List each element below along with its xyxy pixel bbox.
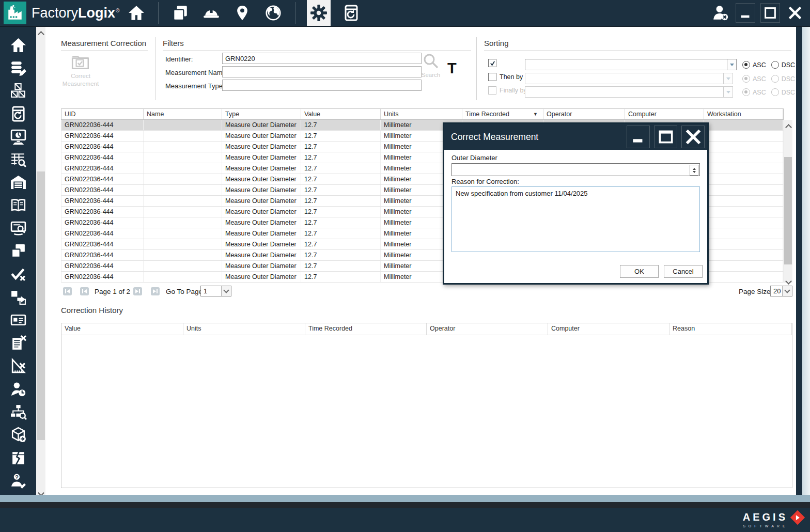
outer-diameter-input[interactable] xyxy=(451,163,700,176)
sidebar-item-document-restore[interactable] xyxy=(0,102,36,125)
scroll-up-icon[interactable] xyxy=(786,122,790,127)
sort-primary-asc-radio[interactable] xyxy=(742,61,750,69)
table-cell xyxy=(704,239,783,249)
sort-primary-checkbox[interactable] xyxy=(488,59,496,67)
table-cell: 12.7 xyxy=(301,196,381,206)
sort-primary-dropdown[interactable] xyxy=(525,59,737,70)
documents-icon[interactable] xyxy=(170,2,190,24)
scroll-down-icon[interactable] xyxy=(786,276,790,280)
home-icon[interactable] xyxy=(127,2,146,24)
sort-primary-dsc-radio[interactable] xyxy=(771,61,779,69)
column-header-time-recorded[interactable]: Time Recorded▼ xyxy=(462,109,543,119)
sidebar-item-monitor-search[interactable] xyxy=(0,217,36,240)
table-cell: 12.7 xyxy=(301,163,381,174)
next-page-button[interactable] xyxy=(133,287,142,295)
chevron-down-icon[interactable] xyxy=(221,286,231,296)
table-cell xyxy=(144,250,222,260)
history-column-header-operator[interactable]: Operator xyxy=(427,323,548,335)
maximize-button[interactable] xyxy=(760,3,780,23)
sidebar-item-person-question[interactable]: ? xyxy=(0,469,36,492)
dialog-close-button[interactable] xyxy=(681,126,705,148)
column-header-type[interactable]: Type xyxy=(222,109,301,119)
sidebar-item-person-time[interactable] xyxy=(0,378,36,400)
sort-finallyby-asc-radio xyxy=(742,88,750,96)
history-column-header-reason[interactable]: Reason xyxy=(669,323,792,335)
sidebar-item-ruler-correction[interactable] xyxy=(0,354,36,377)
sort-finallyby-dropdown xyxy=(525,86,733,98)
sidebar-item-cube-export[interactable] xyxy=(0,424,36,446)
scrollbar-thumb[interactable] xyxy=(37,171,45,440)
ok-button[interactable]: OK xyxy=(620,265,659,278)
sidebar-item-id-card[interactable] xyxy=(0,309,36,332)
footer-bar: AEGIS SOFTWARE xyxy=(0,508,810,532)
table-cell xyxy=(144,152,222,163)
identifier-input[interactable] xyxy=(222,53,422,64)
sidebar-scrollbar[interactable] xyxy=(36,27,45,495)
sidebar-item-damaged-box[interactable] xyxy=(0,446,36,469)
search-button[interactable]: Search xyxy=(418,53,443,78)
history-column-header-value[interactable]: Value xyxy=(61,323,183,335)
dialog-title-bar[interactable]: Correct Measurement xyxy=(444,124,707,150)
sidebar-item-product-blocks[interactable] xyxy=(0,80,36,102)
history-column-header-computer[interactable]: Computer xyxy=(548,323,669,335)
reason-textarea[interactable]: New specification from customer 11/04/20… xyxy=(451,186,700,252)
table-cell xyxy=(144,239,222,249)
correction-history-title: Correction History xyxy=(61,306,123,315)
dsc-label: DSC xyxy=(782,61,795,69)
column-header-operator[interactable]: Operator xyxy=(543,109,625,119)
column-header-workstation[interactable]: Workstation xyxy=(704,109,783,119)
sort-thenby-asc-radio xyxy=(742,75,750,83)
table-scrollbar[interactable] xyxy=(784,120,792,283)
scroll-up-icon[interactable] xyxy=(39,29,43,34)
sidebar-item-home[interactable] xyxy=(0,34,36,56)
sidebar-item-check-x[interactable] xyxy=(0,263,36,286)
location-pin-icon[interactable] xyxy=(232,2,252,24)
dialog-minimize-button[interactable] xyxy=(627,126,650,148)
history-column-header-units[interactable]: Units xyxy=(183,323,305,335)
table-cell: Measure Outer Diameter xyxy=(222,196,301,206)
table-cell: Measure Outer Diameter xyxy=(222,174,301,184)
column-header-computer[interactable]: Computer xyxy=(625,109,704,119)
hardhat-icon[interactable] xyxy=(201,2,221,24)
settings-gear-icon[interactable] xyxy=(307,0,331,26)
sidebar-item-clipboard-x[interactable] xyxy=(0,332,36,354)
cancel-button[interactable]: Cancel xyxy=(664,265,703,278)
data-restore-icon[interactable] xyxy=(341,2,361,24)
page-size-select[interactable]: 20 xyxy=(770,286,792,296)
column-header-uid[interactable]: UID xyxy=(61,109,144,119)
sidebar-item-open-book[interactable] xyxy=(0,194,36,217)
first-page-button[interactable] xyxy=(63,287,72,295)
sidebar-item-warehouse[interactable] xyxy=(0,171,36,194)
measurement-name-input[interactable] xyxy=(222,66,422,77)
sidebar-item-hierarchy-search[interactable] xyxy=(0,400,36,423)
toolbar-divider xyxy=(295,2,295,24)
text-filter-toggle[interactable]: T xyxy=(447,61,457,76)
chevron-down-icon[interactable] xyxy=(782,286,792,296)
sidebar-item-table-search[interactable] xyxy=(0,148,36,171)
close-button[interactable] xyxy=(785,3,805,23)
column-header-name[interactable]: Name xyxy=(144,109,222,119)
sort-thenby-checkbox[interactable] xyxy=(488,73,496,81)
sidebar-item-transfer-boxes[interactable] xyxy=(0,286,36,308)
measurement-type-input[interactable] xyxy=(222,80,422,91)
last-page-button[interactable] xyxy=(151,287,160,295)
sidebar-item-copy-documents[interactable] xyxy=(0,240,36,263)
number-spinner[interactable] xyxy=(690,165,698,176)
scroll-down-icon[interactable] xyxy=(39,488,43,492)
column-header-value[interactable]: Value xyxy=(301,109,381,119)
correct-measurement-button[interactable]: Correct Measurement xyxy=(58,54,103,88)
dialog-maximize-button[interactable] xyxy=(654,126,677,148)
globe-icon[interactable] xyxy=(263,2,283,24)
sidebar-item-monitor-dashboard[interactable] xyxy=(0,126,36,148)
chevron-down-icon[interactable] xyxy=(727,59,736,70)
user-signout-icon[interactable] xyxy=(711,2,730,24)
history-column-header-time-recorded[interactable]: Time Recorded xyxy=(305,323,427,335)
column-header-units[interactable]: Units xyxy=(381,109,462,119)
previous-page-button[interactable] xyxy=(80,287,89,295)
table-cell xyxy=(144,207,222,217)
minimize-button[interactable] xyxy=(736,3,755,23)
sidebar-item-database-edit[interactable] xyxy=(0,56,36,79)
go-to-page-select[interactable]: 1 xyxy=(200,286,231,296)
table-cell: 12.7 xyxy=(301,261,381,271)
scrollbar-thumb[interactable] xyxy=(784,157,792,264)
